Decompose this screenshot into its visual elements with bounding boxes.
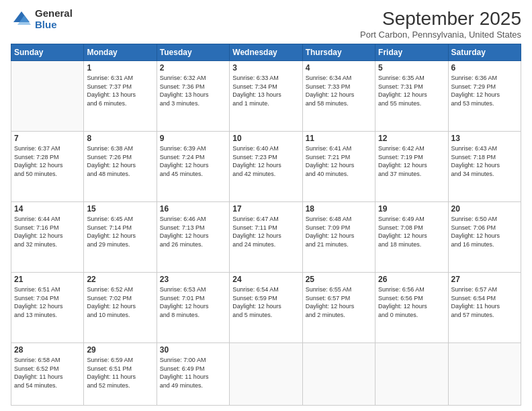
weekday-header-thursday: Thursday [302, 44, 375, 61]
week-row-2: 7Sunrise: 6:37 AM Sunset: 7:28 PM Daylig… [11, 131, 521, 201]
day-number: 29 [87, 345, 153, 355]
calendar-cell: 23Sunrise: 6:53 AM Sunset: 7:01 PM Dayli… [157, 272, 229, 342]
day-number: 8 [87, 134, 153, 143]
weekday-header-sunday: Sunday [11, 44, 84, 61]
day-info: Sunrise: 6:36 AM Sunset: 7:29 PM Dayligh… [451, 74, 518, 107]
day-number: 12 [378, 134, 445, 143]
day-info: Sunrise: 6:31 AM Sunset: 7:37 PM Dayligh… [87, 74, 153, 107]
day-number: 24 [232, 275, 299, 284]
day-info: Sunrise: 6:47 AM Sunset: 7:11 PM Dayligh… [232, 215, 299, 248]
weekday-header-saturday: Saturday [448, 44, 521, 61]
calendar-cell [375, 342, 448, 405]
day-number: 20 [451, 204, 518, 214]
calendar-cell: 1Sunrise: 6:31 AM Sunset: 7:37 PM Daylig… [84, 61, 157, 132]
logo-icon [11, 9, 32, 30]
day-info: Sunrise: 6:38 AM Sunset: 7:26 PM Dayligh… [87, 144, 153, 178]
logo-general-text: General [35, 8, 73, 19]
location-title: Port Carbon, Pennsylvania, United States [360, 30, 521, 40]
calendar-cell [302, 342, 375, 405]
calendar-cell: 18Sunrise: 6:48 AM Sunset: 7:09 PM Dayli… [302, 201, 375, 272]
day-number: 1 [87, 63, 153, 73]
day-info: Sunrise: 6:48 AM Sunset: 7:09 PM Dayligh… [306, 215, 372, 248]
logo-blue-text: Blue [35, 19, 73, 31]
calendar-cell: 7Sunrise: 6:37 AM Sunset: 7:28 PM Daylig… [11, 131, 84, 201]
calendar-cell: 22Sunrise: 6:52 AM Sunset: 7:02 PM Dayli… [84, 272, 157, 342]
calendar-cell: 27Sunrise: 6:57 AM Sunset: 6:54 PM Dayli… [448, 272, 521, 342]
day-info: Sunrise: 7:00 AM Sunset: 6:49 PM Dayligh… [160, 356, 226, 390]
day-info: Sunrise: 6:49 AM Sunset: 7:08 PM Dayligh… [378, 215, 445, 248]
day-info: Sunrise: 6:53 AM Sunset: 7:01 PM Dayligh… [160, 285, 226, 319]
day-info: Sunrise: 6:39 AM Sunset: 7:24 PM Dayligh… [160, 144, 226, 178]
calendar-cell: 6Sunrise: 6:36 AM Sunset: 7:29 PM Daylig… [448, 61, 521, 132]
calendar-cell: 20Sunrise: 6:50 AM Sunset: 7:06 PM Dayli… [448, 201, 521, 272]
weekday-header-friday: Friday [375, 44, 448, 61]
calendar-cell: 4Sunrise: 6:34 AM Sunset: 7:33 PM Daylig… [302, 61, 375, 132]
calendar-cell: 15Sunrise: 6:45 AM Sunset: 7:14 PM Dayli… [84, 201, 157, 272]
day-info: Sunrise: 6:52 AM Sunset: 7:02 PM Dayligh… [87, 285, 153, 319]
calendar-cell: 3Sunrise: 6:33 AM Sunset: 7:34 PM Daylig… [230, 61, 302, 132]
calendar-cell: 29Sunrise: 6:59 AM Sunset: 6:51 PM Dayli… [84, 342, 157, 405]
day-info: Sunrise: 6:41 AM Sunset: 7:21 PM Dayligh… [306, 144, 372, 178]
day-info: Sunrise: 6:57 AM Sunset: 6:54 PM Dayligh… [451, 285, 518, 319]
calendar-cell: 30Sunrise: 7:00 AM Sunset: 6:49 PM Dayli… [157, 342, 229, 405]
day-info: Sunrise: 6:46 AM Sunset: 7:13 PM Dayligh… [160, 215, 226, 248]
day-number: 28 [14, 345, 81, 355]
day-number: 9 [160, 134, 226, 143]
calendar-cell: 26Sunrise: 6:56 AM Sunset: 6:56 PM Dayli… [375, 272, 448, 342]
week-row-3: 14Sunrise: 6:44 AM Sunset: 7:16 PM Dayli… [11, 201, 521, 272]
calendar-cell: 14Sunrise: 6:44 AM Sunset: 7:16 PM Dayli… [11, 201, 84, 272]
calendar-cell: 9Sunrise: 6:39 AM Sunset: 7:24 PM Daylig… [157, 131, 229, 201]
day-number: 15 [87, 204, 153, 214]
day-info: Sunrise: 6:37 AM Sunset: 7:28 PM Dayligh… [14, 144, 81, 178]
day-number: 11 [306, 134, 372, 143]
calendar-cell [448, 342, 521, 405]
day-info: Sunrise: 6:56 AM Sunset: 6:56 PM Dayligh… [378, 285, 445, 319]
weekday-header-tuesday: Tuesday [157, 44, 229, 61]
day-number: 27 [451, 275, 518, 284]
calendar-cell: 17Sunrise: 6:47 AM Sunset: 7:11 PM Dayli… [230, 201, 302, 272]
calendar-cell: 19Sunrise: 6:49 AM Sunset: 7:08 PM Dayli… [375, 201, 448, 272]
day-number: 25 [306, 275, 372, 284]
day-number: 18 [306, 204, 372, 214]
calendar-cell [11, 61, 84, 132]
day-number: 30 [160, 345, 226, 355]
day-number: 16 [160, 204, 226, 214]
day-number: 26 [378, 275, 445, 284]
day-number: 19 [378, 204, 445, 214]
title-block: September 2025 Port Carbon, Pennsylvania… [360, 8, 521, 40]
day-number: 10 [232, 134, 299, 143]
day-info: Sunrise: 6:50 AM Sunset: 7:06 PM Dayligh… [451, 215, 518, 248]
calendar-cell: 2Sunrise: 6:32 AM Sunset: 7:36 PM Daylig… [157, 61, 229, 132]
calendar-cell: 21Sunrise: 6:51 AM Sunset: 7:04 PM Dayli… [11, 272, 84, 342]
week-row-1: 1Sunrise: 6:31 AM Sunset: 7:37 PM Daylig… [11, 61, 521, 132]
calendar-cell: 24Sunrise: 6:54 AM Sunset: 6:59 PM Dayli… [230, 272, 302, 342]
day-number: 6 [451, 63, 518, 73]
day-info: Sunrise: 6:40 AM Sunset: 7:23 PM Dayligh… [232, 144, 299, 178]
logo: General Blue [11, 8, 73, 30]
week-row-4: 21Sunrise: 6:51 AM Sunset: 7:04 PM Dayli… [11, 272, 521, 342]
day-number: 21 [14, 275, 81, 284]
calendar-cell: 25Sunrise: 6:55 AM Sunset: 6:57 PM Dayli… [302, 272, 375, 342]
day-info: Sunrise: 6:34 AM Sunset: 7:33 PM Dayligh… [306, 74, 372, 107]
logo-text: General Blue [35, 8, 73, 30]
calendar-cell: 13Sunrise: 6:43 AM Sunset: 7:18 PM Dayli… [448, 131, 521, 201]
weekday-header-monday: Monday [84, 44, 157, 61]
day-number: 3 [232, 63, 299, 73]
day-number: 14 [14, 204, 81, 214]
calendar-cell: 12Sunrise: 6:42 AM Sunset: 7:19 PM Dayli… [375, 131, 448, 201]
header: General Blue September 2025 Port Carbon,… [11, 8, 521, 40]
calendar-cell [230, 342, 302, 405]
calendar-cell: 5Sunrise: 6:35 AM Sunset: 7:31 PM Daylig… [375, 61, 448, 132]
calendar-cell: 8Sunrise: 6:38 AM Sunset: 7:26 PM Daylig… [84, 131, 157, 201]
day-info: Sunrise: 6:35 AM Sunset: 7:31 PM Dayligh… [378, 74, 445, 107]
day-info: Sunrise: 6:59 AM Sunset: 6:51 PM Dayligh… [87, 356, 153, 390]
weekday-header-wednesday: Wednesday [230, 44, 302, 61]
day-number: 2 [160, 63, 226, 73]
calendar-cell: 28Sunrise: 6:58 AM Sunset: 6:52 PM Dayli… [11, 342, 84, 405]
day-info: Sunrise: 6:33 AM Sunset: 7:34 PM Dayligh… [232, 74, 299, 107]
day-info: Sunrise: 6:44 AM Sunset: 7:16 PM Dayligh… [14, 215, 81, 248]
day-number: 4 [306, 63, 372, 73]
day-number: 5 [378, 63, 445, 73]
calendar-cell: 10Sunrise: 6:40 AM Sunset: 7:23 PM Dayli… [230, 131, 302, 201]
day-number: 13 [451, 134, 518, 143]
